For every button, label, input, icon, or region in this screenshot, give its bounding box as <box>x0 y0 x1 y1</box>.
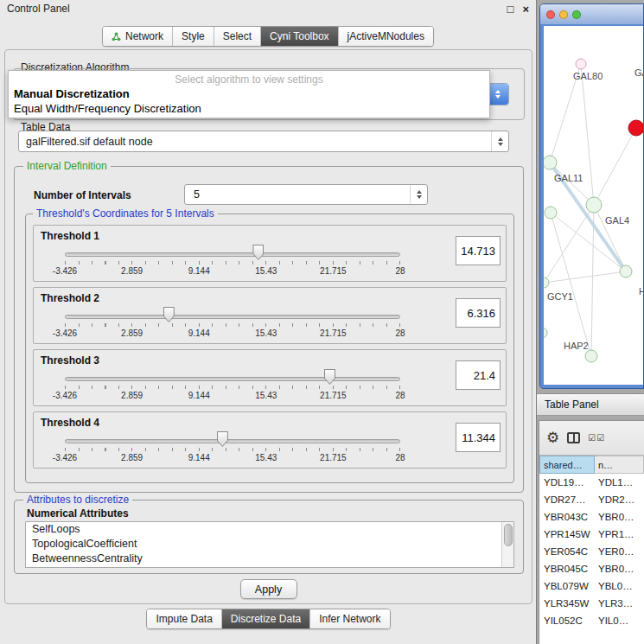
network-node-label: GAL4 <box>605 215 629 226</box>
number-of-intervals-label: Number of Intervals <box>34 189 131 201</box>
table-row[interactable]: YLR345WYLR3… <box>539 595 644 612</box>
combo-stepper-icon[interactable] <box>491 131 508 151</box>
number-of-intervals-value: 5 <box>194 188 200 201</box>
slider-track[interactable] <box>65 439 400 443</box>
slider-thumb[interactable] <box>217 431 228 447</box>
thresholds-stack: Threshold 1 -3.4262.8599.14415.4321.7152… <box>33 225 507 474</box>
apply-button[interactable]: Apply <box>240 579 297 599</box>
slider-track[interactable] <box>65 377 400 381</box>
tab-cyni-toolbox[interactable]: Cyni Toolbox <box>260 27 337 46</box>
attribute-list-item[interactable]: TopologicalCoefficient <box>26 537 501 552</box>
scrollbar[interactable] <box>501 522 513 567</box>
slider-thumb[interactable] <box>324 369 335 385</box>
tick-label: 15.43 <box>255 328 277 338</box>
menu-item-manual-discretization[interactable]: Manual Discretization <box>14 87 130 100</box>
threshold-value-input[interactable]: 11.344 <box>456 423 501 452</box>
table-toolbar: ⚙ ☑☑ <box>539 421 644 456</box>
network-node[interactable] <box>585 350 597 362</box>
attribute-list-item[interactable]: BetweennessCentrality <box>26 552 501 566</box>
threshold-value-input[interactable]: 21.4 <box>456 360 501 390</box>
table-row[interactable]: YBL079WYBL0… <box>539 577 644 595</box>
table-cell: YBL0… <box>595 581 644 591</box>
tab-infer-network[interactable]: Infer Network <box>309 609 389 628</box>
gear-icon[interactable]: ⚙ <box>546 430 559 445</box>
tab-label: Impute Data <box>156 613 212 625</box>
tab-style[interactable]: Style <box>172 27 214 46</box>
bottom-tabbar: Impute DataDiscretize DataInfer Network <box>146 609 390 629</box>
network-node[interactable] <box>544 156 557 169</box>
tick-label: 21.715 <box>320 328 347 338</box>
slider-track[interactable] <box>65 252 400 257</box>
number-of-intervals-select[interactable]: 5 <box>184 184 428 205</box>
threshold-panel-2: Threshold 2 -3.4262.8599.14415.4321.7152… <box>33 287 507 344</box>
tab-select[interactable]: Select <box>214 27 260 46</box>
columns-icon[interactable] <box>567 432 580 443</box>
tab-network[interactable]: Network <box>103 27 172 46</box>
threshold-slider[interactable]: -3.4262.8599.14415.4321.71528 <box>65 369 400 405</box>
table-panel-title: Table Panel <box>545 399 599 411</box>
float-window-icon[interactable]: □ <box>507 3 514 15</box>
top-tabbar: NetworkStyleSelectCyni ToolboxjActiveMNo… <box>102 26 434 47</box>
threshold-slider[interactable]: -3.4262.8599.14415.4321.71528 <box>65 245 400 281</box>
table-row[interactable]: YDL19…YDL1… <box>539 474 644 491</box>
tab-label: Network <box>125 30 163 42</box>
network-node[interactable] <box>586 197 602 213</box>
threshold-slider[interactable]: -3.4262.8599.14415.4321.71528 <box>65 307 400 343</box>
table-row[interactable]: YBR043CYBR0… <box>539 508 644 526</box>
network-node[interactable] <box>545 207 557 219</box>
combo-stepper-icon[interactable] <box>488 84 508 105</box>
network-node[interactable] <box>544 277 549 288</box>
column-header-name[interactable]: n… <box>595 456 644 474</box>
table-row[interactable]: YIL052CYIL0… <box>539 612 644 629</box>
network-node[interactable] <box>576 59 586 69</box>
table-row[interactable]: YBR045CYBR0… <box>539 560 644 577</box>
table-panel-titlebar[interactable]: Table Panel <box>537 393 644 416</box>
threshold-slider[interactable]: -3.4262.8599.14415.4321.71528 <box>65 431 400 468</box>
tick-label: 28 <box>395 328 405 338</box>
network-window-titlebar[interactable] <box>540 4 643 24</box>
column-header-shared-name[interactable]: shared… <box>539 456 595 474</box>
attribute-list-item[interactable]: SelfLoops <box>26 522 501 537</box>
control-panel-titlebar: Control Panel □ × <box>0 0 536 17</box>
network-edge <box>551 213 591 356</box>
network-view-window[interactable]: GAL80GAGAL11GAL4GCY1HHAP2 <box>539 3 644 389</box>
table-cell: YLR3… <box>595 598 644 609</box>
tab-label: Style <box>182 30 205 42</box>
table-column-headers: shared… n… <box>539 456 644 474</box>
select-columns-icon[interactable]: ☑☑ <box>588 433 605 443</box>
slider-thumb[interactable] <box>252 245 264 260</box>
zoom-window-icon[interactable] <box>572 10 581 19</box>
scrollbar-thumb[interactable] <box>504 524 513 546</box>
network-edge <box>550 163 594 205</box>
table-row[interactable]: YPR145WYPR1… <box>539 526 644 543</box>
network-node[interactable] <box>620 265 632 277</box>
attributes-group: Attributes to discretize Numerical Attri… <box>14 500 524 574</box>
threshold-value-input[interactable]: 14.713 <box>456 236 501 265</box>
close-window-icon[interactable] <box>546 10 555 19</box>
minimize-window-icon[interactable] <box>559 10 568 19</box>
tick-label: 28 <box>395 453 405 462</box>
table-row[interactable]: YDR27…YDR2… <box>539 491 644 508</box>
network-icon <box>112 32 121 41</box>
network-canvas[interactable]: GAL80GAGAL11GAL4GCY1HHAP2 <box>544 26 643 385</box>
table-row[interactable]: YER054CYER0… <box>539 543 644 560</box>
table-cell: YPR145W <box>539 529 595 539</box>
tab-discretize-data[interactable]: Discretize Data <box>221 609 309 628</box>
network-node[interactable] <box>628 120 643 136</box>
menu-item-equal-width-frequency[interactable]: Equal Width/Frequency Discretization <box>14 102 201 115</box>
threshold-value-input[interactable]: 6.316 <box>456 298 501 328</box>
slider-track[interactable] <box>65 315 400 319</box>
slider-ticks <box>65 448 400 451</box>
numerical-attributes-list[interactable]: SelfLoopsTopologicalCoefficientBetweenne… <box>25 521 514 568</box>
network-node-label: GCY1 <box>547 291 573 302</box>
close-icon[interactable]: × <box>522 3 529 15</box>
tab-impute-data[interactable]: Impute Data <box>147 609 220 628</box>
table-data-select[interactable]: galFiltered.sif default node <box>18 131 509 152</box>
network-node[interactable] <box>544 328 547 338</box>
network-graph: GAL80GAGAL11GAL4GCY1HHAP2 <box>544 26 643 385</box>
slider-ticks <box>65 323 400 327</box>
control-panel: Control Panel □ × NetworkStyleSelectCyni… <box>0 0 537 644</box>
tab-jactivemnodules[interactable]: jActiveMNodules <box>338 27 433 46</box>
combo-stepper-icon[interactable] <box>410 185 427 204</box>
slider-thumb[interactable] <box>163 307 175 322</box>
